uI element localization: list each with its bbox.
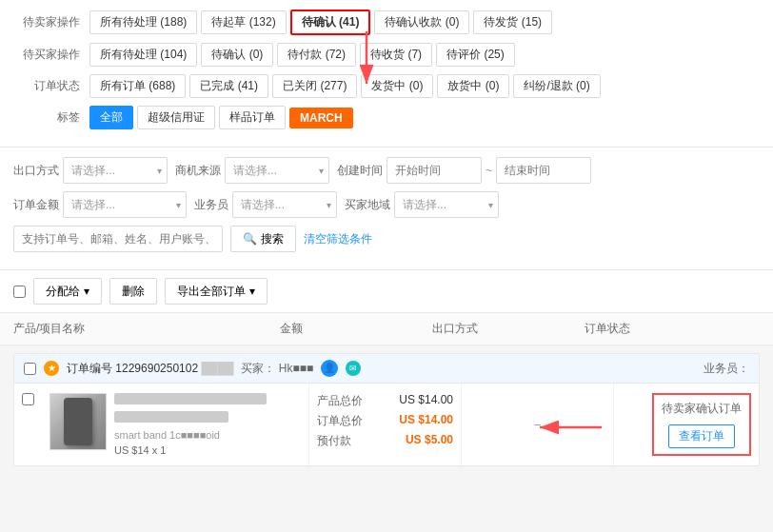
date-separator: ~ [486,164,492,177]
order-item-checkbox[interactable] [22,393,34,405]
col-product-header: 产品/项目名称 [13,321,280,337]
export-chevron-icon: ▾ [249,285,255,298]
merchant-select[interactable]: 请选择... [225,157,329,184]
tag-all-btn[interactable]: 全部 [89,106,133,129]
shipping-btn[interactable]: 发货中 (0) [361,74,433,98]
order-header-left: ★ 订单编号 1229690250102 ████ 买家： Hk■■■ 👤 ✉ [24,360,361,377]
product-col: smart band 1c■■■■oid US $14 x 1 [42,384,308,465]
region-select[interactable]: 请选择... [394,191,499,218]
tag-march-btn[interactable]: MARCH [289,108,353,128]
search-bar: 🔍 搜索 清空筛选条件 [13,226,372,252]
status-text: 待卖家确认订单 [662,401,742,417]
seller-all-pending-btn[interactable]: 所有待处理 (188) [89,10,197,34]
star-icon: ★ [44,361,59,376]
product-name-blur-1 [114,393,267,404]
completed-btn[interactable]: 已完成 (41) [189,74,268,98]
search-input[interactable] [13,226,223,252]
tags-label: 标签 [13,109,80,126]
merchant-group: 商机来源 请选择... [175,157,329,184]
region-select-wrapper[interactable]: 请选择... [394,191,499,218]
red-arrow-svg [530,408,606,446]
amount-value-0: US $14.00 [399,393,453,409]
order-body: smart band 1c■■■■oid US $14 x 1 产品总价 US … [14,384,759,465]
amount-label-0: 产品总价 [317,393,363,409]
salesperson-select-wrapper[interactable]: 请选择... [232,191,337,218]
buyer-name: Hk■■■ [279,362,313,375]
page-wrapper: 待卖家操作 所有待处理 (188) 待起草 (132) 待确认 (41) 待确认… [0,0,773,466]
filter-section: 待卖家操作 所有待处理 (188) 待起草 (132) 待确认 (41) 待确认… [0,0,773,148]
buyer-pay-btn[interactable]: 待付款 (72) [277,43,356,67]
seller-draft-btn[interactable]: 待起草 (132) [201,10,286,34]
product-unit-price: US $14 x 1 [114,444,301,456]
merchant-label: 商机来源 [175,163,221,179]
tag-sample-btn[interactable]: 样品订单 [219,106,286,129]
salesperson-label: 业务员 [194,197,228,213]
assign-label: 分配给 [46,284,80,300]
search-icon: 🔍 [243,232,257,246]
seller-confirm-btn[interactable]: 待确认 (41) [290,10,371,35]
amount-select-wrapper[interactable]: 请选择... [63,191,187,218]
export-select-wrapper[interactable]: 请选择... [63,157,168,184]
buyer-review-btn[interactable]: 待评价 (25) [436,43,515,67]
order-id-hidden: ████ [201,362,233,375]
salesperson-group: 业务员 请选择... [194,191,337,218]
amount-value-1: US $14.00 [399,413,453,429]
buyer-all-btn[interactable]: 所有待处理 (104) [89,43,197,67]
toolbar: 分配给 ▾ 删除 导出全部订单 ▾ [0,270,773,313]
dispute-btn[interactable]: 纠纷/退款 (0) [513,74,600,98]
assign-chevron-icon: ▾ [84,285,89,298]
select-all-wrap [13,286,26,298]
buyer-label: 买家： [241,362,275,375]
tag-credit-btn[interactable]: 超级信用证 [137,106,215,129]
col-status-header: 订单状态 [585,321,737,337]
order-status-label: 订单状态 [13,78,80,94]
order-checkbox[interactable] [24,363,36,375]
tags-row: 标签 全部 超级信用证 样品订单 MARCH [13,106,760,129]
amount-label: 订单金额 [13,197,59,213]
seller-ops-row: 待卖家操作 所有待处理 (188) 待起草 (132) 待确认 (41) 待确认… [13,10,760,35]
order-container: ★ 订单编号 1229690250102 ████ 买家： Hk■■■ 👤 ✉ … [13,353,760,466]
buyer-ops-row: 待买家操作 所有待处理 (104) 待确认 (0) 待付款 (72) 待收货 (… [13,43,760,67]
amount-select[interactable]: 请选择... [63,191,187,218]
buyer-icon-1: 👤 [321,360,338,377]
export-label: 导出全部订单 [177,284,246,300]
date-range: ~ [386,157,591,184]
select-all-checkbox[interactable] [13,286,26,298]
closed-btn[interactable]: 已关闭 (277) [272,74,357,98]
seller-ship-btn[interactable]: 待发货 (15) [473,10,552,34]
amount-label-1: 订单总价 [317,413,363,429]
order-header-right: 业务员： [704,361,749,377]
end-time-input[interactable] [496,157,591,184]
amount-group: 订单金额 请选择... [13,191,187,218]
export-btn[interactable]: 导出全部订单 ▾ [165,278,268,305]
start-time-input[interactable] [386,157,482,184]
amount-col: 产品总价 US $14.00 订单总价 US $14.00 预付款 US $5.… [308,384,461,465]
order-id: 订单编号 1229690250102 ████ [67,361,233,377]
merchant-select-wrapper[interactable]: 请选择... [225,157,329,184]
seller-confirm-receipt-btn[interactable]: 待确认收款 (0) [374,10,469,34]
export-group: 出口方式 请选择... [13,157,168,184]
amount-row-2: 预付款 US $5.00 [317,433,453,449]
time-group: 创建时间 ~ [337,157,591,184]
delete-btn[interactable]: 删除 [109,278,157,305]
form-row-3: 🔍 搜索 清空筛选条件 [13,226,760,252]
clear-filter-link[interactable]: 清空筛选条件 [304,231,372,247]
col-amount-header: 金额 [280,321,432,337]
all-orders-btn[interactable]: 所有订单 (688) [89,74,186,98]
search-button[interactable]: 🔍 搜索 [230,226,296,252]
buyer-icon-2: ✉ [346,361,361,376]
view-order-btn[interactable]: 查看订单 [668,424,735,448]
salesperson-select[interactable]: 请选择... [232,191,337,218]
buyer-confirm-btn[interactable]: 待确认 (0) [201,43,273,67]
amount-row-1: 订单总价 US $14.00 [317,413,453,429]
buyer-info: 买家： Hk■■■ [241,361,313,377]
buyer-receive-btn[interactable]: 待收货 (7) [360,43,432,67]
form-row-2: 订单金额 请选择... 业务员 请选择... 买家地域 [13,191,760,218]
assign-btn[interactable]: 分配给 ▾ [33,278,102,305]
search-btn-label: 搜索 [261,231,284,247]
product-subtitle: smart band 1c■■■■oid [114,429,301,441]
order-status-row: 订单状态 所有订单 (688) 已完成 (41) 已关闭 (277) 发货中 (… [13,74,760,98]
product-details: smart band 1c■■■■oid US $14 x 1 [114,393,301,456]
export-select[interactable]: 请选择... [63,157,168,184]
instock-btn[interactable]: 放货中 (0) [437,74,509,98]
